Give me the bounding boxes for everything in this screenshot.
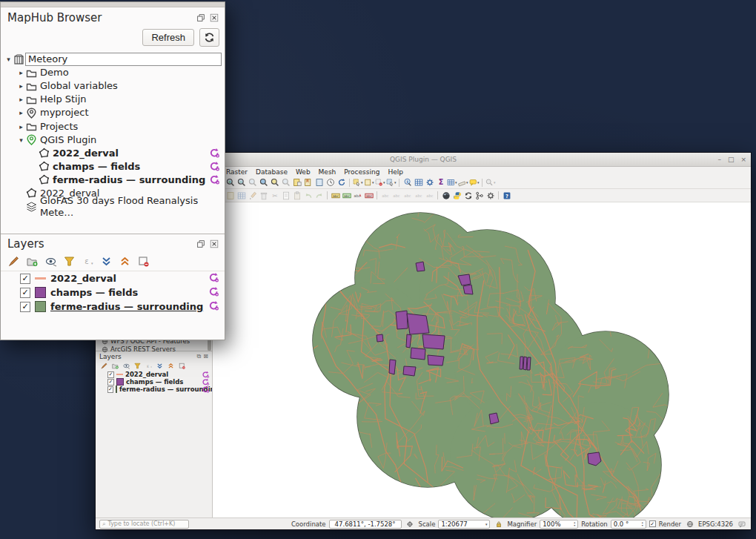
tree-item-meteory[interactable]: ▾Meteory bbox=[1, 53, 225, 66]
eps-icon[interactable]: ε▾ bbox=[145, 362, 153, 369]
menu-processing[interactable]: Processing bbox=[344, 168, 379, 176]
float-panel-icon[interactable] bbox=[196, 239, 205, 249]
mag--icon[interactable]: + bbox=[225, 178, 236, 188]
tree-item-projects[interactable]: ▸Projects bbox=[1, 119, 225, 133]
layer-row-ferme-radius-surrounding[interactable]: ✓ferme-radius — surrounding bbox=[1, 300, 225, 314]
menu-help[interactable]: Help bbox=[388, 168, 403, 176]
tree-item-help-stijn[interactable]: ▸Help Stijn bbox=[1, 93, 225, 106]
gear-b-icon[interactable] bbox=[425, 178, 435, 188]
addgroup-icon[interactable] bbox=[111, 362, 119, 369]
crs-value[interactable]: EPSG:4326 bbox=[698, 520, 733, 528]
eye-icon[interactable] bbox=[44, 255, 57, 267]
tree-item-global-variables[interactable]: ▸Global variables bbox=[1, 79, 225, 93]
layer-visibility-checkbox[interactable]: ✓ bbox=[107, 379, 114, 386]
maphub-sync-icon[interactable] bbox=[209, 148, 220, 161]
maphub-sync-icon[interactable] bbox=[209, 161, 220, 174]
eps-icon[interactable]: ε▾ bbox=[82, 255, 94, 267]
map-canvas[interactable] bbox=[213, 202, 751, 517]
tree-item-glofas-30-days-flood-reanalysis-mete[interactable]: GloFAS 30 days Flood Reanalysis Mete… bbox=[1, 200, 225, 214]
menu-mesh[interactable]: Mesh bbox=[319, 168, 336, 176]
help-icon[interactable]: ? bbox=[502, 191, 512, 200]
float-panel-icon[interactable] bbox=[196, 13, 205, 23]
lock-icon[interactable] bbox=[494, 519, 504, 529]
sigma-icon[interactable]: Σ bbox=[436, 178, 446, 188]
chevron-right-icon[interactable]: ▸ bbox=[17, 82, 25, 90]
refresh2-icon[interactable] bbox=[336, 178, 347, 188]
refresh-icon-button[interactable] bbox=[199, 28, 219, 47]
messages-icon[interactable] bbox=[737, 519, 747, 529]
locator-input[interactable]: ⌕ Type to locate (Ctrl+K) bbox=[99, 520, 189, 529]
coordinate-value[interactable]: 47.6811°, -1.7528° bbox=[329, 520, 402, 529]
bookmark-icon[interactable] bbox=[292, 178, 302, 188]
close-panel-icon[interactable] bbox=[209, 239, 219, 249]
deselect-icon[interactable]: ▾ bbox=[375, 178, 385, 188]
layer-row-champs-fields[interactable]: ✓champs — fields bbox=[1, 285, 225, 300]
float-panel-icon[interactable]: ⧉ bbox=[197, 353, 202, 360]
close-panel-icon[interactable] bbox=[209, 13, 219, 23]
balloon-icon[interactable]: ▾ bbox=[469, 178, 480, 188]
maphub-sync-icon[interactable] bbox=[202, 386, 210, 395]
menu-web[interactable]: Web bbox=[296, 168, 311, 176]
chevron-right-icon[interactable]: ▸ bbox=[17, 109, 25, 116]
layer-row-2022-derval[interactable]: ✓2022_derval bbox=[96, 371, 212, 378]
tree-item-2022-derval[interactable]: 2022_derval bbox=[1, 147, 225, 160]
menu-database[interactable]: Database bbox=[256, 168, 288, 176]
menu-raster[interactable]: Raster bbox=[226, 168, 248, 176]
maglayer-icon[interactable] bbox=[270, 178, 280, 188]
funnel-icon[interactable] bbox=[63, 255, 76, 267]
abc-r-icon[interactable]: abc bbox=[364, 191, 374, 200]
layer-visibility-checkbox[interactable]: ✓ bbox=[20, 288, 30, 298]
grid-icon[interactable]: ▾ bbox=[447, 178, 457, 188]
magfull-icon[interactable] bbox=[259, 178, 269, 188]
mag--icon[interactable]: − bbox=[236, 178, 247, 188]
brush-icon[interactable] bbox=[100, 362, 108, 369]
browser-item-arcgis-rest-servers[interactable]: ArcGIS REST Servers bbox=[102, 345, 176, 353]
maphub-sync-icon[interactable] bbox=[208, 286, 219, 300]
abc-y-icon[interactable]: abc bbox=[331, 191, 341, 200]
extents-icon[interactable] bbox=[405, 519, 415, 529]
scale-combobox[interactable]: 1:20677▾ bbox=[438, 520, 490, 529]
rotation-spinbox[interactable]: 0.0 °▴▾ bbox=[611, 520, 646, 529]
tree-item-qgis-plugin[interactable]: ▾QGIS Plugin bbox=[1, 133, 225, 147]
layer-visibility-checkbox[interactable]: ✓ bbox=[20, 302, 30, 312]
tree-item-ferme-radius-surrounding[interactable]: ferme-radius — surrounding bbox=[1, 173, 225, 187]
gear-icon[interactable] bbox=[485, 191, 496, 200]
grid-icon[interactable] bbox=[414, 178, 424, 188]
layer-row-champs-fields[interactable]: ✓champs — fields bbox=[96, 378, 212, 386]
render-checkbox[interactable]: ✓ bbox=[649, 520, 656, 527]
select-b-icon[interactable]: ▾ bbox=[386, 178, 397, 188]
sphere-icon[interactable] bbox=[441, 191, 451, 200]
layer-visibility-checkbox[interactable]: ✓ bbox=[107, 371, 114, 378]
clock-icon[interactable] bbox=[325, 178, 336, 188]
refresh-button[interactable]: Refresh bbox=[142, 29, 194, 46]
branch-icon[interactable] bbox=[474, 191, 485, 200]
funnel-icon[interactable] bbox=[133, 362, 142, 369]
chevron-down-icon[interactable]: ▾ bbox=[4, 56, 13, 63]
bookmark2-icon[interactable] bbox=[303, 178, 314, 188]
layer-visibility-checkbox[interactable]: ✓ bbox=[107, 386, 113, 393]
removebox-icon[interactable] bbox=[137, 255, 150, 267]
ident-icon[interactable]: i bbox=[402, 178, 413, 188]
python-icon[interactable] bbox=[452, 191, 462, 200]
sync2-icon[interactable] bbox=[463, 191, 474, 200]
addgroup-icon[interactable] bbox=[26, 255, 39, 267]
layer-row-ferme-radius-surrounding[interactable]: ✓ferme-radius — surrounding bbox=[96, 386, 212, 393]
tree-item-myproject[interactable]: ▸myproject bbox=[1, 106, 225, 119]
close-panel-icon[interactable]: ⊠ bbox=[203, 353, 208, 360]
close-button[interactable]: × bbox=[740, 156, 746, 163]
collapse-icon[interactable] bbox=[119, 255, 131, 267]
minimize-button[interactable]: – bbox=[717, 156, 721, 163]
layer-visibility-checkbox[interactable]: ✓ bbox=[20, 274, 30, 284]
expand-icon[interactable] bbox=[100, 255, 113, 267]
maphub-sync-icon[interactable] bbox=[209, 174, 220, 188]
restore-button[interactable]: □ bbox=[728, 156, 735, 163]
chevron-right-icon[interactable]: ▸ bbox=[17, 69, 25, 76]
magnifier-spinbox[interactable]: 100%▴▾ bbox=[540, 520, 578, 529]
removebox-icon[interactable] bbox=[178, 362, 186, 369]
tree-item-champs-fields[interactable]: champs — fields bbox=[1, 160, 225, 173]
chevron-right-icon[interactable]: ▸ bbox=[17, 96, 25, 103]
crs-globe-icon[interactable] bbox=[685, 519, 695, 529]
layer-row-2022-derval[interactable]: ✓2022_derval bbox=[1, 271, 225, 285]
tree-item-demo[interactable]: ▸Demo bbox=[1, 66, 225, 79]
page-b-icon[interactable] bbox=[314, 178, 325, 188]
